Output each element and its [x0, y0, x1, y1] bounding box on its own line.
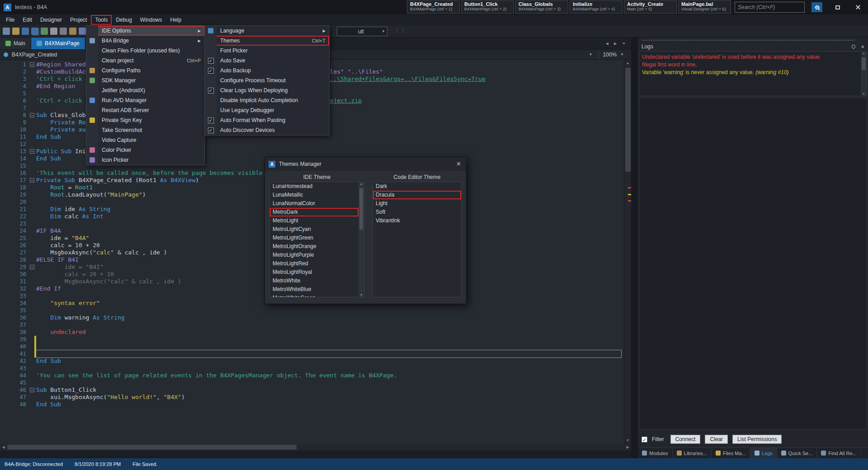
scroll-left-icon[interactable]: ◀: [0, 445, 7, 449]
menu-item-jetifier-androidx[interactable]: Jetifier (AndroidX): [86, 85, 204, 95]
menu-item-private-sign-key[interactable]: Private Sign Key: [86, 115, 204, 125]
ide-theme-metrolightpurple[interactable]: MetroLightPurple: [270, 251, 359, 259]
panel-grip[interactable]: [638, 38, 868, 42]
open-project-icon[interactable]: [12, 28, 19, 35]
menu-item-auto-backup[interactable]: ✓Auto Backup: [205, 66, 329, 75]
ide-theme-lunanormalcolor[interactable]: LunaNormalColor: [270, 199, 359, 208]
menubar-item-tools[interactable]: Tools: [91, 15, 112, 25]
designer-icon[interactable]: [41, 28, 48, 35]
menu-item-auto-format-when-pasting[interactable]: ✓Auto Format When Pasting: [205, 115, 329, 125]
panel-splitter[interactable]: [631, 38, 638, 458]
error-mark[interactable]: [628, 187, 631, 188]
menu-item-auto-save[interactable]: ✓Auto Save: [205, 56, 329, 66]
menu-item-configure-process-timeout[interactable]: Configure Process Timeout: [205, 75, 329, 85]
menu-item-sdk-manager[interactable]: SDK Manager: [86, 75, 204, 85]
editor-tab-main[interactable]: Main: [0, 38, 31, 49]
editor-tab-b4xmainpage[interactable]: B4XMainPage: [31, 38, 85, 49]
menubar-item-windows[interactable]: Windows: [136, 15, 166, 25]
checkbox[interactable]: ✓: [205, 115, 217, 125]
warning-mark[interactable]: [628, 194, 631, 195]
editor-theme-soft[interactable]: Soft: [373, 208, 461, 216]
menu-item-clean-files-folder-unused-files[interactable]: Clean Files Folder (unused files): [86, 46, 204, 56]
checkbox[interactable]: ✓: [205, 125, 217, 135]
fold-icon[interactable]: −: [30, 62, 34, 67]
menu-item-ide-options[interactable]: IDE Options▶: [86, 26, 204, 36]
menu-item-video-capture[interactable]: Video Capture: [86, 135, 204, 145]
build-configuration-dropdown[interactable]: ult ▼: [337, 27, 387, 36]
save-icon[interactable]: [22, 28, 29, 35]
menu-item-language[interactable]: Language▶: [205, 26, 329, 36]
scroll-down-icon[interactable]: ▼: [861, 92, 867, 95]
current-member-name[interactable]: B4XPage_Created: [12, 52, 57, 58]
menu-item-configure-paths[interactable]: Configure Paths: [86, 66, 204, 75]
scrollbar-thumb[interactable]: [7, 445, 297, 450]
menu-item-font-picker[interactable]: Font Picker: [205, 46, 329, 56]
close-panel-icon[interactable]: ×: [861, 44, 864, 50]
dialog-close-icon[interactable]: ×: [455, 160, 462, 168]
menu-item-b4a-bridge[interactable]: B4A Bridge▶: [86, 36, 204, 46]
menubar-item-designer[interactable]: Designer: [36, 15, 66, 25]
menu-item-color-picker[interactable]: Color Picker: [86, 145, 204, 155]
panel-tab-quick-se[interactable]: Quick Se...: [777, 448, 817, 458]
cut-icon[interactable]: [60, 28, 67, 35]
editor-theme-light[interactable]: Light: [373, 199, 461, 208]
ide-theme-lunahomestead[interactable]: LunaHomestead: [270, 182, 359, 191]
editor-theme-dracula[interactable]: Dracula: [373, 191, 461, 199]
ide-theme-metrowhitegreen[interactable]: MetroWhiteGreen: [270, 294, 359, 297]
ide-theme-metrodark[interactable]: MetroDark: [270, 208, 359, 216]
panel-tab-logs[interactable]: Logs: [750, 448, 777, 458]
list-permissions-button[interactable]: List Permissions: [732, 435, 782, 444]
checkbox[interactable]: ✓: [205, 66, 217, 75]
editor-theme-vibrantink[interactable]: VibrantInk: [373, 216, 461, 225]
minimize-button[interactable]: [807, 0, 827, 14]
paste-icon[interactable]: [79, 28, 86, 35]
menu-item-themes[interactable]: ThemesCtrl+T: [205, 36, 329, 46]
error-mark[interactable]: [628, 200, 631, 202]
ide-theme-metrolightgreen[interactable]: MetroLightGreen: [270, 234, 359, 242]
ide-theme-metrolightred[interactable]: MetroLightRed: [270, 259, 359, 268]
save-all-icon[interactable]: [31, 28, 38, 35]
ide-theme-metrolightorange[interactable]: MetroLightOrange: [270, 242, 359, 251]
connect-button[interactable]: Connect: [670, 435, 701, 444]
editor-theme-dark[interactable]: Dark: [373, 182, 461, 191]
menu-item-clear-logs-when-deploying[interactable]: ✓Clear Logs When Deploying: [205, 85, 329, 95]
fold-icon[interactable]: −: [30, 113, 34, 118]
fold-icon[interactable]: −: [30, 265, 34, 269]
scroll-down-icon[interactable]: ▼: [359, 293, 364, 296]
ide-theme-metrowhite[interactable]: MetroWhite: [270, 277, 359, 285]
bookmark-tab-initialize[interactable]: InitializeB4XMainPage (ctrl + 4): [570, 0, 623, 14]
menu-item-disable-implicit-auto-completion[interactable]: Disable Implicit Auto Completion: [205, 95, 329, 105]
ide-theme-lunametallic[interactable]: LunaMetallic: [270, 191, 359, 199]
editor-vertical-scrollbar[interactable]: ▲ ▼: [624, 60, 631, 444]
search-input[interactable]: [735, 2, 811, 12]
panel-tab-libraries[interactable]: Libraries...: [673, 448, 712, 458]
editor-horizontal-scrollbar[interactable]: ◀ ▶: [0, 444, 631, 451]
panel-tab-modules[interactable]: Modules: [638, 448, 673, 458]
ide-theme-metrolightcyan[interactable]: MetroLightCyan: [270, 225, 359, 234]
panel-tab-find-all-re[interactable]: Find All Re...: [817, 448, 861, 458]
checkbox[interactable]: ✓: [205, 85, 217, 95]
tab-scroll-right-icon[interactable]: ▶: [614, 42, 617, 46]
menu-item-restart-adb-server[interactable]: Restart ADB Server: [86, 105, 204, 115]
bookmark-tab-activity-create[interactable]: Activity_CreateMain (ctrl + 5): [624, 0, 677, 14]
tab-list-icon[interactable]: ▼: [622, 42, 626, 46]
zoom-dropdown[interactable]: 100% ▼: [599, 50, 627, 59]
menubar-item-debug[interactable]: Debug: [112, 15, 136, 25]
fold-icon[interactable]: −: [30, 149, 34, 154]
menu-item-icon-picker[interactable]: Icon Picker: [86, 155, 204, 165]
filter-checkbox[interactable]: ✓: [642, 437, 647, 442]
menu-item-run-avd-manager[interactable]: Run AVD Manager: [86, 95, 204, 105]
compile-icon[interactable]: [50, 28, 57, 35]
menubar-item-edit[interactable]: Edit: [19, 15, 36, 25]
clear-button[interactable]: Clear: [705, 435, 728, 444]
scrollbar-thumb[interactable]: [862, 57, 866, 70]
checkbox[interactable]: ✓: [205, 56, 217, 66]
scroll-down-icon[interactable]: ▼: [624, 437, 631, 444]
scrollbar-thumb[interactable]: [359, 188, 363, 230]
bookmark-tab-b4xpage-created[interactable]: B4XPage_CreatedB4XMainPage (ctrl + 1): [407, 0, 460, 14]
ide-theme-scrollbar[interactable]: ▲ ▼: [359, 182, 364, 297]
scroll-up-icon[interactable]: ▲: [861, 52, 867, 55]
bookmark-tab-mainpage-bal[interactable]: MainPage.balVisual Designer (ctrl + 6): [678, 0, 731, 14]
ide-theme-metrolight[interactable]: MetroLight: [270, 216, 359, 225]
menu-item-auto-discover-devices[interactable]: ✓Auto Discover Devices: [205, 125, 329, 135]
